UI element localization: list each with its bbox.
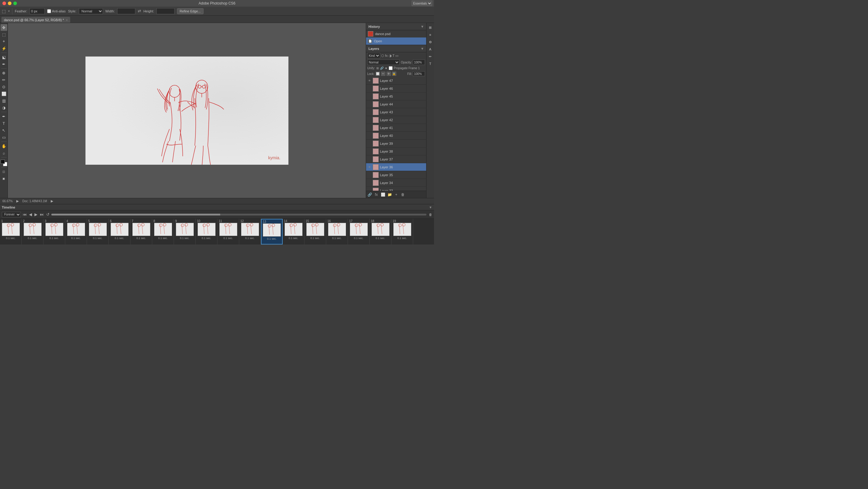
layer-visibility-icon[interactable]: [367, 126, 371, 130]
quick-mask-button[interactable]: ◫: [1, 168, 7, 175]
layer-item[interactable]: Layer 33: [366, 187, 426, 191]
timeline-frame[interactable]: 2 0.1 sec.: [22, 219, 43, 244]
frame-duration[interactable]: 0.1 sec.: [223, 237, 233, 240]
layer-visibility-icon[interactable]: [367, 173, 371, 177]
layer-item[interactable]: Layer 35: [366, 171, 426, 179]
gradient-tool-button[interactable]: ▥: [1, 97, 7, 104]
layer-item[interactable]: Layer 42: [366, 116, 426, 124]
timeline-frame[interactable]: 14 0.1 sec.: [283, 219, 304, 244]
frame-duration[interactable]: 0.1 sec.: [71, 237, 81, 240]
timeline-frame[interactable]: 4 0.1 sec.: [65, 219, 87, 244]
layer-visibility-icon[interactable]: [367, 102, 371, 106]
fill-input[interactable]: [413, 71, 425, 76]
timeline-frame[interactable]: 9 0.1 sec.: [174, 219, 196, 244]
timeline-play-icon[interactable]: ▶: [34, 212, 38, 217]
frame-duration[interactable]: 0.1 sec.: [93, 237, 103, 240]
foreground-color-swatch[interactable]: [1, 160, 5, 164]
frame-duration[interactable]: 0.1 sec.: [376, 237, 385, 240]
eyedropper-tool-button[interactable]: ✒: [1, 61, 7, 67]
frame-duration[interactable]: 0.1 sec.: [50, 237, 59, 240]
history-item-open[interactable]: 📄 Open: [366, 37, 426, 45]
zoom-tool-button[interactable]: ⌕: [1, 150, 7, 156]
clone-tool-button[interactable]: ⊙: [1, 83, 7, 90]
timeline-collapse-icon[interactable]: ▼: [429, 205, 432, 209]
layer-item[interactable]: Layer 40: [366, 132, 426, 140]
history-panel-arrow[interactable]: ▾: [421, 25, 424, 29]
width-input[interactable]: [117, 8, 135, 14]
timeline-frame[interactable]: 10 0.1 sec.: [196, 219, 217, 244]
layer-item[interactable]: 👁Layer 36: [366, 163, 426, 171]
lock-all-icon[interactable]: 🔒: [392, 71, 396, 76]
timeline-frame[interactable]: 12 0.1 sec.: [239, 219, 261, 244]
timeline-loop-icon[interactable]: ↺: [45, 212, 50, 217]
layer-visibility-icon[interactable]: [367, 110, 371, 114]
screen-mode-button[interactable]: ▣: [1, 175, 7, 182]
workspace-select[interactable]: Essentials: [412, 1, 432, 6]
loop-select[interactable]: Forever: [2, 212, 21, 217]
timeline-frame[interactable]: 13 0.1 sec.: [261, 219, 283, 244]
layer-visibility-icon[interactable]: [367, 149, 371, 153]
panel-list-icon[interactable]: ≡: [427, 31, 434, 38]
panel-text-icon[interactable]: A: [427, 46, 434, 53]
window-controls[interactable]: [2, 1, 17, 5]
anti-alias-checkbox[interactable]: [47, 8, 51, 14]
new-group-icon[interactable]: 📁: [387, 192, 392, 197]
panel-view-icon[interactable]: ⊞: [427, 24, 434, 31]
timeline-frame[interactable]: 11 0.1 sec.: [217, 219, 239, 244]
frame-duration[interactable]: 0.1 sec.: [136, 237, 146, 240]
layer-item[interactable]: Layer 44: [366, 100, 426, 108]
marquee-tool-button[interactable]: ⬚: [1, 31, 7, 38]
frame-duration[interactable]: 0.1 sec.: [245, 237, 255, 240]
frame-duration[interactable]: 0.1 sec.: [115, 237, 124, 240]
hand-tool-button[interactable]: ✋: [1, 143, 7, 149]
timeline-next-icon[interactable]: ⏭: [39, 212, 44, 217]
layer-visibility-icon[interactable]: [367, 181, 371, 185]
timeline-frame[interactable]: 16 0.1 sec.: [326, 219, 348, 244]
dodge-tool-button[interactable]: ◑: [1, 104, 7, 111]
frame-duration[interactable]: 0.1 sec.: [180, 237, 190, 240]
frame-duration[interactable]: 0.1 sec.: [398, 237, 407, 240]
close-button[interactable]: [2, 1, 6, 5]
unify-style-icon[interactable]: ★: [385, 66, 388, 70]
pen-tool-button[interactable]: ✒: [1, 113, 7, 120]
frame-duration[interactable]: 0.1 sec.: [332, 237, 342, 240]
lock-move-icon[interactable]: ✥: [386, 71, 391, 76]
timeline-frame[interactable]: 3 0.1 sec.: [43, 219, 65, 244]
brush-tool-button[interactable]: ✏: [1, 77, 7, 83]
frame-duration[interactable]: 0.1 sec.: [354, 237, 364, 240]
frame-duration[interactable]: 0.1 sec.: [158, 237, 168, 240]
color-swatches[interactable]: [1, 160, 7, 166]
propagate-checkbox[interactable]: [389, 66, 393, 70]
timeline-frame[interactable]: 5 0.1 sec.: [87, 219, 109, 244]
lock-paint-icon[interactable]: ✏: [381, 71, 385, 76]
layer-visibility-icon[interactable]: [367, 157, 371, 162]
style-select[interactable]: Normal: [79, 8, 103, 14]
frame-duration[interactable]: 0.1 sec.: [267, 237, 277, 240]
move-tool-button[interactable]: ✥: [1, 24, 7, 31]
panel-brush-icon[interactable]: ✏: [427, 53, 434, 60]
layer-visibility-icon[interactable]: [367, 86, 371, 91]
path-select-button[interactable]: ↖: [1, 127, 7, 134]
refine-edge-button[interactable]: Refine Edge...: [177, 8, 204, 14]
timeline-frame[interactable]: 18 0.1 sec.: [370, 219, 392, 244]
lock-pixels-icon[interactable]: ⬜: [376, 71, 380, 76]
panel-settings-icon[interactable]: ⚙: [427, 39, 434, 45]
panel-type-icon[interactable]: T: [427, 60, 434, 67]
layer-item[interactable]: Layer 43: [366, 108, 426, 116]
maximize-button[interactable]: [13, 1, 17, 5]
blend-mode-select[interactable]: Normal: [367, 60, 400, 65]
layer-visibility-icon[interactable]: [367, 118, 371, 122]
history-item-file[interactable]: dance.psd: [366, 30, 426, 37]
delete-layer-icon[interactable]: 🗑: [401, 192, 405, 197]
add-link-icon[interactable]: 🔗: [367, 192, 372, 197]
layer-item[interactable]: Layer 41: [366, 124, 426, 132]
new-layer-icon[interactable]: +: [394, 192, 399, 197]
opacity-input[interactable]: [413, 60, 425, 65]
shape-tool-button[interactable]: ▭: [1, 134, 7, 141]
timeline-frame[interactable]: 17 0.1 sec.: [348, 219, 370, 244]
unify-pos-icon[interactable]: ⊞: [376, 66, 379, 70]
layer-item[interactable]: Layer 39: [366, 140, 426, 147]
layer-item[interactable]: Layer 46: [366, 85, 426, 92]
height-input[interactable]: [156, 8, 175, 14]
timeline-trash-icon[interactable]: 🗑: [429, 213, 432, 217]
